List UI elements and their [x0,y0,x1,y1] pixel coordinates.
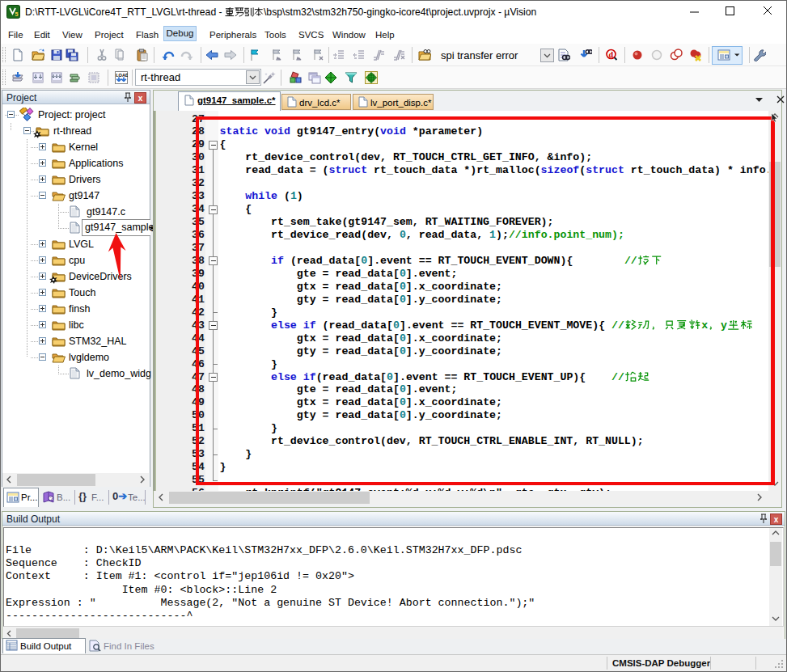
svg-text:?: ? [50,495,54,502]
svg-text:5: 5 [15,11,19,17]
svg-text:LOAD: LOAD [116,73,128,78]
svg-text:d: d [609,50,614,59]
